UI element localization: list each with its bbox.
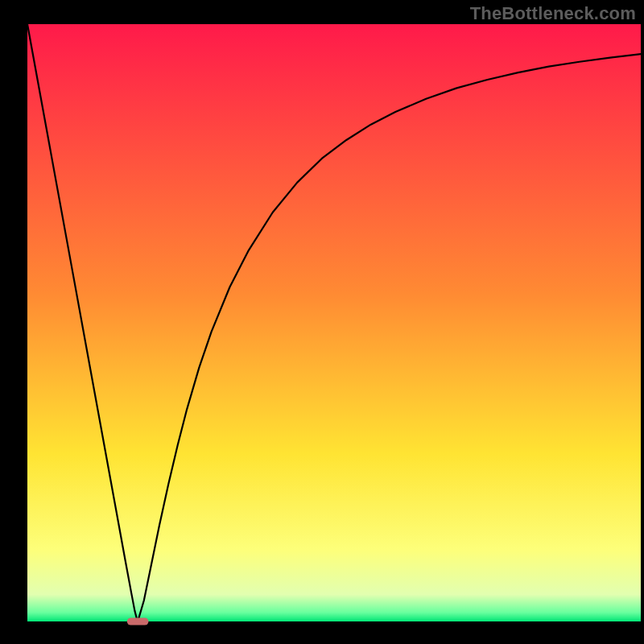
bottleneck-chart [0, 0, 644, 644]
watermark-text: TheBottleneck.com [470, 3, 636, 24]
minimum-marker [127, 618, 149, 625]
chart-container: TheBottleneck.com [0, 0, 644, 644]
